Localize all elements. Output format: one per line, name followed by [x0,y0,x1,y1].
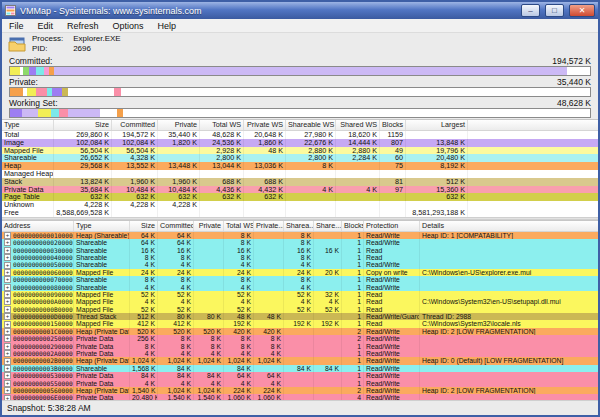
detail-row[interactable]: +00000000000B0000Mapped File52 K52 K52 K… [2,306,598,313]
expand-icon[interactable]: + [4,365,11,372]
detail-row[interactable]: +0000000000290000Private Data8 K8 K8 K8 … [2,343,598,350]
expand-icon[interactable]: + [4,350,11,357]
expand-icon[interactable]: + [4,328,11,335]
expand-icon[interactable]: + [4,358,11,365]
summary-row-shareable[interactable]: Shareable26,652 K4,328 K2,800 K2,800 K2,… [2,154,598,162]
menu-options[interactable]: Options [106,19,151,33]
summary-row-total[interactable]: Total269,860 K194,572 K35,440 K48,628 K2… [2,131,598,139]
detail-row[interactable]: +0000000000070000Shareable8 K8 K8 K8 K1R… [2,276,598,283]
expand-icon[interactable]: + [4,372,11,379]
address-text: 0000000000290000 [13,343,73,350]
summary-col-type[interactable]: Type [2,120,54,130]
details-col-total-ws[interactable]: Total WS [224,221,254,231]
menu-edit[interactable]: Edit [31,19,61,33]
details-col-private[interactable]: Private... [254,221,284,231]
details-col-details[interactable]: Details [420,221,598,231]
process-icon [8,37,26,52]
menu-file[interactable]: File [2,19,31,33]
expand-icon[interactable]: + [4,306,11,313]
type-cell: Private Data [74,350,130,357]
maximize-button[interactable]: □ [545,4,564,17]
expand-icon[interactable]: + [4,335,11,342]
process-info: Process: Explorer.EXE PID: 2696 [32,34,121,54]
expand-icon[interactable]: + [4,247,11,254]
summary-row-managed-heap[interactable]: Managed Heap [2,170,598,178]
detail-row[interactable]: +0000000000020000Shareable64 K64 K8 K8 K… [2,239,598,246]
summary-col-largest[interactable]: Largest [406,120,468,130]
summary-col-total-ws[interactable]: Total WS [200,120,244,130]
minimize-button[interactable]: – [521,4,540,17]
detail-row[interactable]: +00000000000D0000Thread Stack512 K80 K80… [2,313,598,320]
gauge-value: 194,572 K [552,56,591,66]
expand-icon[interactable]: + [4,298,11,305]
summary-col-shared-ws[interactable]: Shared WS [336,120,380,130]
detail-row[interactable]: +00000000002B0000Heap (Private Data)1,02… [2,357,598,364]
menu-refresh[interactable]: Refresh [60,19,106,33]
details-cell [420,247,598,254]
summary-col-private[interactable]: Private [158,120,200,130]
menu-help[interactable]: Help [151,19,184,33]
type-cell: Shareable [74,276,130,283]
detail-row[interactable]: +0000000000030000Shareable16 K16 K16 K16… [2,247,598,254]
summary-row-free[interactable]: Free8,588,669,528 K8,581,293,188 K [2,209,598,217]
type-cell: Image [2,139,54,147]
detail-row[interactable]: +0000000000050000Shareable4 K4 K4 K4 K1R… [2,261,598,268]
details-col-sharea[interactable]: Sharea... [284,221,314,231]
detail-row[interactable]: +0000000000150000Mapped File412 K412 K19… [2,320,598,327]
details-col-protection[interactable]: Protection [364,221,420,231]
type-cell: Heap (Private Data) [74,387,130,394]
expand-icon[interactable]: + [4,291,11,298]
type-cell: Heap (Shareable) [74,232,130,239]
summary-row-page-table[interactable]: Page Table632 K632 K632 K632 K632 K632 K [2,193,598,201]
detail-row[interactable]: +0000000000040000Shareable8 K8 K8 K8 K1R… [2,254,598,261]
expand-icon[interactable]: + [4,284,11,291]
details-col-address[interactable]: Address [2,221,74,231]
details-col-share[interactable]: Share... [314,221,342,231]
close-button[interactable]: ✕ [569,4,595,17]
expand-icon[interactable]: + [4,254,11,261]
detail-row[interactable]: +0000000000550000Private Data4 K4 K4 K4 … [2,380,598,387]
summary-col-private-ws[interactable]: Private WS [244,120,286,130]
expand-icon[interactable]: + [4,321,11,328]
expand-icon[interactable]: + [4,387,11,394]
detail-row[interactable]: +0000000000010000Heap (Shareable)64 K64 … [2,232,598,239]
detail-row[interactable]: +00000000003B0000Shareable1,568 K84 K84 … [2,365,598,372]
expand-icon[interactable]: + [4,262,11,269]
expand-icon[interactable]: + [4,343,11,350]
detail-row[interactable]: +0000000000530000Private Data84 K84 K84 … [2,372,598,379]
detail-row[interactable]: +00000000001C0000Heap (Private Data)520 … [2,328,598,335]
summary-col-size[interactable]: Size [54,120,112,130]
summary-row-private-data[interactable]: Private Data35,684 K10,484 K10,484 K4,43… [2,186,598,194]
detail-row[interactable]: +0000000000090000Mapped File52 K52 K52 K… [2,291,598,298]
details-col-committed[interactable]: Committed [158,221,194,231]
expand-icon[interactable]: + [4,313,11,320]
expand-icon[interactable]: + [4,380,11,387]
details-col-size[interactable]: Size [130,221,158,231]
expand-icon[interactable]: + [4,276,11,283]
summary-row-unknown[interactable]: Unknown4,228 K4,228 K4,228 K [2,201,598,209]
summary-col-shareable-ws[interactable]: Shareable WS [286,120,336,130]
summary-col-blocks[interactable]: Blocks [380,120,406,130]
expand-icon[interactable]: + [4,232,11,239]
expand-icon[interactable]: + [4,269,11,276]
detail-row[interactable]: +00000000002A0000Private Data4 K4 K4 K4 … [2,350,598,357]
detail-row[interactable]: +0000000000060000Mapped File24 K24 K24 K… [2,269,598,276]
gauge-label: Committed: [9,56,52,66]
summary-row-image[interactable]: Image102,084 K102,084 K1,820 K24,536 K1,… [2,139,598,147]
detail-row[interactable]: +00000000000A0000Mapped File4 K4 K4 K4 K… [2,298,598,305]
summary-row-mapped-file[interactable]: Mapped File56,504 K56,504 K2,928 K48 K2,… [2,147,598,155]
details-col-type[interactable]: Type [74,221,130,231]
summary-row-stack[interactable]: Stack13,824 K1,960 K1,960 K688 K688 K815… [2,178,598,186]
memory-segment [10,88,23,96]
expand-icon[interactable]: + [4,239,11,246]
summary-row-heap[interactable]: Heap29,568 K13,552 K13,448 K13,044 K13,0… [2,162,598,170]
type-cell: Mapped File [74,306,130,313]
title-bar[interactable]: VMMap - Sysinternals: www.sysinternals.c… [2,2,598,19]
details-col-private[interactable]: Private [194,221,224,231]
details-col-blocks[interactable]: Blocks [342,221,364,231]
detail-row[interactable]: +0000000000080000Shareable4 K4 K4 K4 K1R… [2,284,598,291]
detail-row[interactable]: +0000000000250000Private Data256 K8 K8 K… [2,335,598,342]
summary-col-committed[interactable]: Committed [112,120,158,130]
detail-row[interactable]: +0000000000560000Heap (Private Data)1,54… [2,387,598,394]
process-pid: 2696 [73,44,121,54]
